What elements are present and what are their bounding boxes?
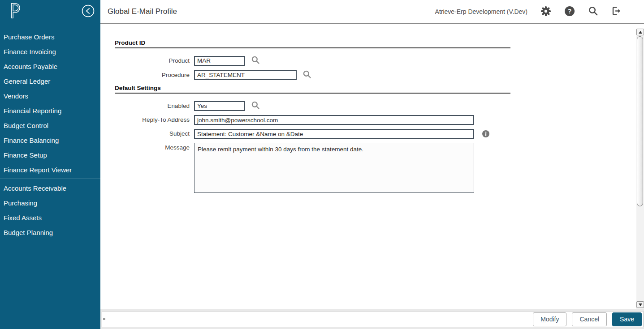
subject-info-icon[interactable] xyxy=(482,130,489,137)
enabled-lookup-button[interactable] xyxy=(251,101,260,111)
sidebar-header xyxy=(0,0,100,23)
procedure-input[interactable] xyxy=(194,70,297,80)
search-icon xyxy=(303,70,311,80)
logout-icon xyxy=(611,6,622,17)
message-row: Message Please remit payment within 30 d… xyxy=(115,143,510,193)
section-rule xyxy=(115,93,510,94)
help-button[interactable]: ? xyxy=(564,6,575,18)
top-bar: Global E-Mail Profile Atrieve-Erp Develo… xyxy=(100,0,644,24)
sidebar-item-budget-planning[interactable]: Budget Planning xyxy=(0,225,100,240)
procedure-lookup-button[interactable] xyxy=(303,70,311,80)
reply-to-label: Reply-To Address xyxy=(115,115,194,125)
reply-to-row: Reply-To Address xyxy=(115,115,510,125)
sidebar-collapse-button[interactable] xyxy=(81,4,95,19)
sidebar-item-financial-reporting[interactable]: Financial Reporting xyxy=(0,103,100,118)
scrollbar-down-button[interactable] xyxy=(636,301,644,308)
subject-label: Subject xyxy=(115,129,194,139)
footer-marker-dot xyxy=(103,318,105,320)
save-button-label: Save xyxy=(620,316,634,323)
sidebar-item-finance-report-viewer[interactable]: Finance Report Viewer xyxy=(0,162,100,177)
sidebar-item-finance-setup[interactable]: Finance Setup xyxy=(0,148,100,162)
sidebar-item-vendors[interactable]: Vendors xyxy=(0,89,100,103)
cancel-button[interactable]: Cancel xyxy=(572,312,607,326)
global-search-button[interactable] xyxy=(588,6,598,17)
sidebar-item-budget-control[interactable]: Budget Control xyxy=(0,118,100,133)
message-textarea[interactable]: Please remit payment within 30 days from… xyxy=(194,143,474,193)
settings-gear-icon xyxy=(540,6,551,18)
message-label: Message xyxy=(115,143,194,153)
settings-button[interactable] xyxy=(540,6,551,18)
help-icon: ? xyxy=(564,6,575,18)
environment-label: Atrieve-Erp Development (V.Dev) xyxy=(435,8,527,15)
triangle-up-icon xyxy=(639,31,642,34)
top-bar-actions: Atrieve-Erp Development (V.Dev) xyxy=(435,6,644,18)
search-icon xyxy=(251,56,260,66)
content-area: Product ID Product Procedure xyxy=(100,25,644,309)
sidebar-item-finance-balancing[interactable]: Finance Balancing xyxy=(0,133,100,148)
product-input[interactable] xyxy=(194,56,245,66)
enabled-label: Enabled xyxy=(115,101,194,111)
sidebar-group-divider xyxy=(0,179,100,179)
procedure-label: Procedure xyxy=(115,70,194,80)
product-row: Product xyxy=(115,56,510,66)
scrollbar-up-button[interactable] xyxy=(636,29,644,35)
sidebar-nav: Purchase Orders Finance Invoicing Accoun… xyxy=(0,23,100,240)
logout-button[interactable] xyxy=(611,6,622,17)
footer-bar: Modify Cancel Save xyxy=(100,309,644,329)
product-label: Product xyxy=(115,56,194,66)
procedure-row: Procedure xyxy=(115,70,510,80)
subject-input[interactable] xyxy=(194,129,474,139)
save-button[interactable]: Save xyxy=(612,312,642,326)
sidebar-item-fixed-assets[interactable]: Fixed Assets xyxy=(0,210,100,225)
search-icon xyxy=(588,6,598,17)
section-title-product-id: Product ID xyxy=(115,39,510,46)
product-lookup-button[interactable] xyxy=(251,56,260,66)
triangle-down-icon xyxy=(639,303,642,306)
sidebar-item-finance-invoicing[interactable]: Finance Invoicing xyxy=(0,44,100,59)
chevron-left-circle-icon xyxy=(81,4,95,19)
scrollbar-thumb[interactable] xyxy=(637,36,643,206)
reply-to-input[interactable] xyxy=(194,115,474,125)
sidebar-item-accounts-receivable[interactable]: Accounts Receivable xyxy=(0,181,100,196)
enabled-row: Enabled xyxy=(115,101,510,111)
sidebar-item-purchasing[interactable]: Purchasing xyxy=(0,196,100,210)
modify-button[interactable]: Modify xyxy=(533,312,566,326)
powerschool-logo xyxy=(9,3,21,21)
section-title-default-settings: Default Settings xyxy=(115,85,510,91)
modify-button-label: Modify xyxy=(540,316,559,323)
enabled-input[interactable] xyxy=(194,101,245,111)
svg-text:?: ? xyxy=(568,8,572,15)
subject-row: Subject xyxy=(115,129,510,139)
vertical-scrollbar[interactable] xyxy=(636,29,644,309)
email-profile-form: Product ID Product Procedure xyxy=(100,25,510,193)
page-title: Global E-Mail Profile xyxy=(100,7,177,16)
section-rule xyxy=(115,47,510,48)
app-window: Purchase Orders Finance Invoicing Accoun… xyxy=(0,0,644,329)
sidebar-item-accounts-payable[interactable]: Accounts Payable xyxy=(0,59,100,74)
sidebar-item-general-ledger[interactable]: General Ledger xyxy=(0,74,100,89)
footer-button-panel: Modify Cancel Save xyxy=(102,311,644,327)
cancel-button-label: Cancel xyxy=(579,316,599,323)
sidebar: Purchase Orders Finance Invoicing Accoun… xyxy=(0,0,100,329)
sidebar-item-purchase-orders[interactable]: Purchase Orders xyxy=(0,30,100,44)
search-icon xyxy=(251,101,260,111)
